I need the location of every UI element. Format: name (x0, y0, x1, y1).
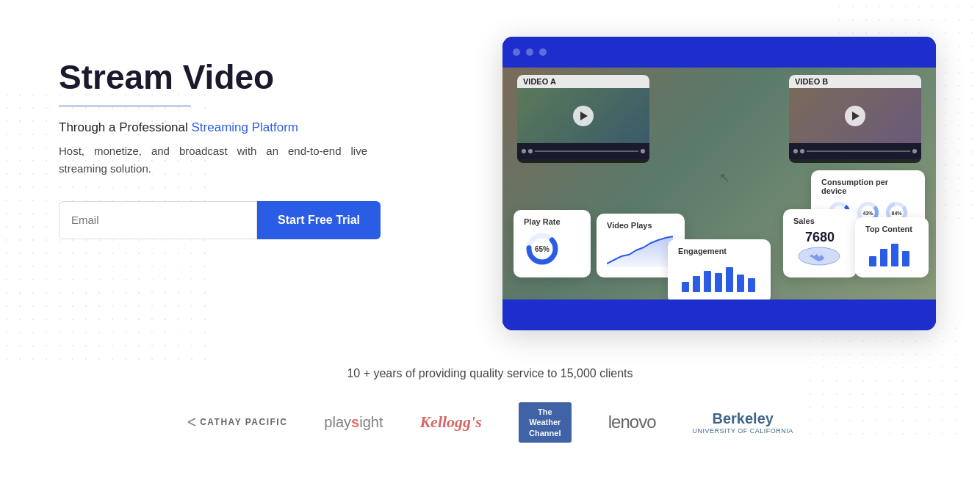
ctrl-dot (912, 149, 917, 153)
svg-rect-5 (704, 271, 711, 292)
svg-rect-22 (891, 244, 898, 266)
engagement-title: Engagement (678, 247, 760, 255)
weather-channel-text: TheWeatherChannel (519, 402, 572, 443)
svg-rect-3 (682, 282, 689, 292)
play-rate-title: Play Rate (524, 217, 580, 226)
svg-rect-6 (715, 273, 722, 292)
top-content-title: Top Content (865, 225, 918, 233)
engagement-chart (678, 260, 759, 293)
svg-text:43%: 43% (862, 211, 873, 216)
video-panel-top-bar (502, 37, 936, 68)
video-b-label: VIDEO B (795, 77, 828, 86)
video-panel-bottom-bar (502, 299, 936, 330)
ctrl-dot (522, 149, 526, 153)
hero-subtitle: Through a Professional Streaming Platfor… (59, 120, 441, 135)
video-a-header: VIDEO A (517, 75, 649, 88)
video-b-play-button[interactable] (845, 106, 865, 126)
panel-dot-1 (513, 48, 520, 56)
svg-rect-8 (737, 275, 744, 292)
berkeley-text: Berkeley UNIVERSITY OF CALIFORNIA (693, 410, 793, 435)
logo-berkeley: Berkeley UNIVERSITY OF CALIFORNIA (693, 410, 793, 435)
svg-rect-23 (902, 251, 909, 266)
subtitle-plain: Through a Professional (59, 120, 192, 134)
email-input[interactable] (59, 201, 257, 239)
video-a-preview (517, 88, 649, 143)
svg-rect-7 (726, 267, 733, 292)
tagline: 10 + years of providing quality service … (44, 367, 936, 380)
logo-cathay-pacific: CATHAY PACIFIC (187, 417, 287, 427)
panel-dot-3 (539, 48, 547, 56)
ctrl-dot (793, 149, 798, 153)
play-icon-b (852, 112, 860, 120)
play-icon-a (580, 112, 588, 120)
start-trial-button[interactable]: Start Free Trial (257, 201, 381, 239)
page-title: Stream Video (59, 59, 441, 96)
progress-bar (807, 150, 910, 152)
title-underline (59, 105, 191, 107)
video-plays-title: Video Plays (607, 221, 674, 230)
video-b-preview (789, 88, 921, 143)
cta-row: Start Free Trial (59, 201, 441, 239)
cathay-arrow-icon (187, 417, 197, 427)
play-rate-widget: Play Rate 65% (514, 210, 591, 277)
ctrl-dot (641, 149, 645, 153)
consumption-title: Consumption per device (821, 178, 915, 195)
hero-text: Stream Video Through a Professional Stre… (59, 37, 441, 239)
cursor-icon: ↖ (719, 170, 730, 186)
logo-weather-channel: TheWeatherChannel (519, 402, 572, 443)
hero-visual: VIDEO A (441, 37, 936, 330)
engagement-widget: Engagement (668, 239, 771, 299)
panel-dot-2 (526, 48, 533, 56)
kelloggs-text: Kellogg's (419, 413, 481, 432)
top-content-chart (865, 238, 918, 267)
video-b-header: VIDEO B (789, 75, 921, 88)
logo-playsight: playsight (324, 414, 383, 431)
hero-description: Host, monetize, and broadcast with an en… (59, 142, 367, 178)
video-thumb-a: VIDEO A (517, 75, 649, 163)
playsight-text: playsight (324, 414, 383, 431)
play-rate-chart: 65% (524, 230, 561, 267)
cathay-text: CATHAY PACIFIC (200, 417, 287, 427)
sales-widget: Sales 7680 (783, 209, 857, 277)
svg-point-19 (799, 247, 840, 265)
lenovo-text: lenovo (608, 412, 656, 432)
video-content-area: VIDEO A (502, 68, 936, 299)
svg-text:84%: 84% (891, 211, 902, 216)
video-a-play-button[interactable] (573, 106, 594, 126)
video-panel: VIDEO A (502, 37, 936, 330)
sales-title: Sales (793, 217, 846, 225)
video-b-controls (789, 143, 921, 159)
sales-value: 7680 (793, 230, 846, 245)
video-plays-chart (607, 234, 673, 267)
ctrl-dot (800, 149, 804, 153)
video-a-label: VIDEO A (523, 77, 556, 86)
logo-lenovo: lenovo (608, 412, 656, 432)
ctrl-dot (528, 149, 533, 153)
video-thumb-b: VIDEO B (789, 75, 921, 163)
bottom-section: 10 + years of providing quality service … (0, 352, 980, 465)
hero-section: Stream Video Through a Professional Stre… (0, 0, 980, 352)
svg-text:65%: 65% (535, 245, 550, 253)
video-a-controls (517, 143, 649, 159)
page-wrapper: Stream Video Through a Professional Stre… (0, 0, 980, 483)
svg-rect-4 (693, 276, 700, 292)
svg-rect-20 (869, 256, 876, 266)
logo-kelloggs: Kellogg's (419, 413, 481, 432)
sales-map-icon (793, 245, 845, 267)
subtitle-link[interactable]: Streaming Platform (192, 120, 299, 134)
progress-bar (535, 150, 638, 152)
svg-rect-9 (748, 278, 755, 292)
svg-rect-21 (880, 249, 887, 266)
top-content-widget: Top Content (855, 217, 929, 277)
logos-row: CATHAY PACIFIC playsight Kellogg's TheWe… (44, 402, 936, 443)
